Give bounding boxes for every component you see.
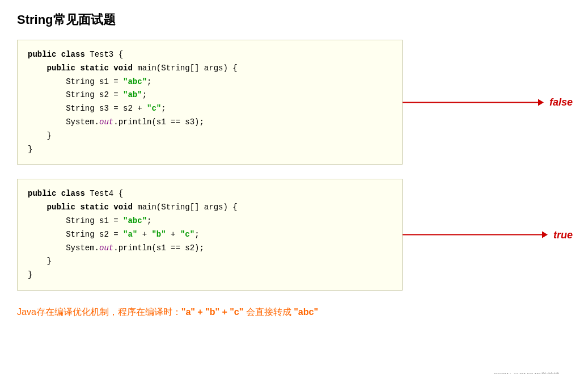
code-text: String s1 = (28, 77, 123, 86)
keyword: public class (28, 50, 85, 59)
keyword: public static void (28, 64, 133, 73)
code-text: } (28, 270, 32, 279)
code-box-2: public class Test4 { public static void … (17, 179, 403, 291)
code-line: String s2 = "a" + "b" + "c"; (28, 228, 392, 242)
code-section-2: public class Test4 { public static void … (17, 179, 571, 291)
code-text: } (28, 131, 52, 140)
code-text: System. (28, 243, 99, 253)
code-text: String s2 = (28, 90, 123, 99)
code-line: String s1 = "abc"; (28, 215, 392, 228)
code-line: String s1 = "abc"; (28, 75, 392, 89)
string-literal: "c" (180, 230, 194, 239)
code-line: } (28, 255, 392, 268)
code-text: String s3 = s2 + (28, 104, 147, 113)
keyword: public class (28, 189, 85, 198)
bottom-note-quoted2: "abc" (294, 307, 318, 317)
result-label-2: true (553, 229, 573, 241)
page-title: String常见面试题 (17, 11, 571, 28)
code-line: public class Test3 { (28, 48, 392, 62)
code-text: + (166, 230, 180, 239)
code-line: public class Test4 { (28, 187, 392, 201)
code-text: Test3 { (85, 50, 123, 59)
string-literal: "c" (147, 104, 161, 113)
out-method: out (99, 117, 113, 127)
code-line: } (28, 268, 392, 282)
bottom-note-prefix: Java存在编译优化机制，程序在编译时： (17, 307, 181, 317)
out-method: out (99, 243, 113, 253)
code-text: String s1 = (28, 216, 123, 225)
arrow-2: true (403, 229, 573, 241)
code-line: } (28, 143, 392, 157)
watermark: CSDN @CMCJR学前端 (493, 371, 560, 374)
bottom-note: Java存在编译优化机制，程序在编译时："a" + "b" + "c" 会直接转… (17, 305, 571, 320)
code-text: ; (161, 104, 166, 113)
page-wrapper: String常见面试题 public class Test3 { public … (17, 11, 571, 374)
arrow-line-1 (403, 102, 538, 103)
code-line: System.out.println(s1 == s3); (28, 116, 392, 129)
code-text: } (28, 257, 52, 266)
arrow-head-1 (538, 99, 544, 106)
code-line: String s3 = s2 + "c"; (28, 102, 392, 116)
code-text: } (28, 145, 32, 154)
code-line: } (28, 129, 392, 143)
code-line: System.out.println(s1 == s2); (28, 242, 392, 255)
code-line: public static void main(String[] args) { (28, 201, 392, 215)
bottom-note-quoted1: "a" + "b" + "c" (181, 307, 244, 317)
bottom-note-middle: 会直接转成 (243, 307, 294, 317)
code-text: + (137, 230, 151, 239)
code-text: System. (28, 117, 99, 127)
arrow-line-2 (403, 234, 542, 236)
string-literal: "b" (151, 230, 166, 239)
code-line: public static void main(String[] args) { (28, 62, 392, 75)
code-section-1: public class Test3 { public static void … (17, 40, 571, 165)
string-literal: "a" (123, 230, 137, 239)
keyword: public static void (28, 203, 133, 212)
string-literal: "abc" (123, 77, 147, 86)
arrow-head-2 (542, 232, 548, 238)
code-text: main(String[] args) { (133, 64, 238, 73)
code-text: main(String[] args) { (133, 203, 238, 212)
code-box-1: public class Test3 { public static void … (17, 40, 403, 165)
code-text: ; (147, 216, 151, 225)
result-label-1: false (549, 96, 573, 108)
code-text: ; (194, 230, 199, 239)
arrow-1: false (403, 96, 573, 108)
code-line: String s2 = "ab"; (28, 89, 392, 102)
code-text: .println(s1 == s2); (113, 243, 204, 253)
code-text: ; (147, 77, 151, 86)
string-literal: "abc" (123, 216, 147, 225)
code-text: Test4 { (85, 189, 123, 198)
code-text: String s2 = (28, 230, 123, 239)
string-literal: "ab" (123, 90, 142, 99)
code-text: .println(s1 == s3); (113, 117, 204, 127)
code-text: ; (142, 90, 147, 99)
